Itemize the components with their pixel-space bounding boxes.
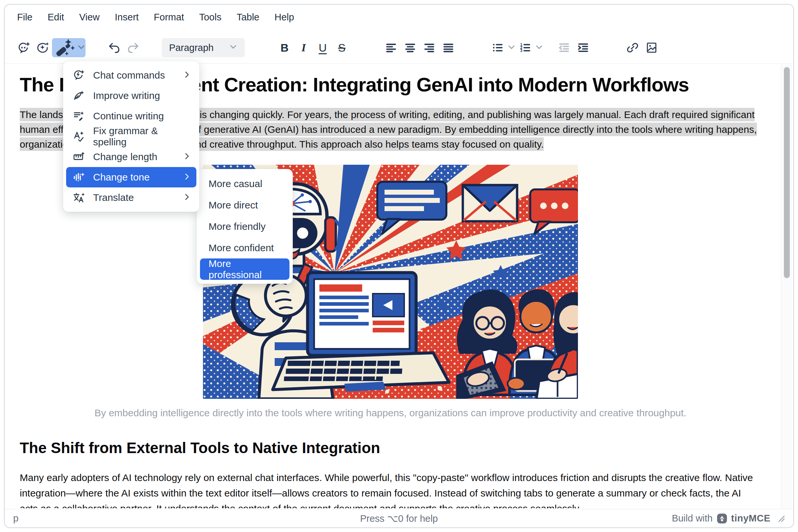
chevron-down-icon — [229, 42, 238, 53]
ai-menu-item-fix-grammar[interactable]: Fix grammar & spelling — [66, 126, 197, 147]
tone-item-label: More casual — [208, 178, 262, 189]
italic-button[interactable]: I — [294, 38, 313, 57]
scrollbar[interactable] — [781, 64, 793, 509]
tone-submenu: More casual More direct More friendly Mo… — [197, 169, 293, 284]
image-button[interactable] — [642, 38, 661, 57]
ai-menu-item-label: Change length — [93, 151, 157, 163]
image-caption: By embedding intelligence directly into … — [42, 407, 739, 419]
chat-commands-icon — [72, 69, 85, 82]
ai-shortcuts-icon — [35, 40, 50, 55]
chevron-down-icon — [77, 43, 86, 53]
chevron-right-icon — [183, 172, 190, 183]
chevron-right-icon — [183, 151, 190, 163]
continue-writing-icon — [72, 110, 85, 122]
svg-text:3: 3 — [520, 48, 522, 53]
ai-menu-item-change-tone[interactable]: Change tone — [66, 167, 197, 187]
ai-dropdown-menu: Chat commands Improve writing — [63, 61, 199, 212]
ai-menu-item-translate[interactable]: Translate — [66, 187, 197, 208]
menu-edit[interactable]: Edit — [48, 12, 64, 23]
underline-button[interactable]: U — [313, 38, 332, 57]
tone-item-label: More direct — [208, 200, 258, 211]
ai-shortcuts-button[interactable] — [33, 38, 52, 57]
bold-glyph: B — [281, 41, 289, 54]
link-button[interactable] — [623, 38, 642, 57]
strikethrough-button[interactable]: S — [332, 38, 351, 57]
menu-tools[interactable]: Tools — [199, 12, 221, 23]
tone-item-label: More professional — [208, 258, 281, 281]
strikethrough-glyph: S — [338, 41, 346, 54]
align-left-button[interactable] — [382, 38, 401, 57]
ai-menu-item-change-length[interactable]: Change length — [66, 147, 197, 167]
ai-wand-icon — [52, 36, 76, 59]
bold-button[interactable]: B — [275, 38, 294, 57]
image-icon — [644, 40, 659, 55]
ai-menu-item-label: Continue writing — [93, 111, 164, 122]
link-icon — [625, 40, 640, 55]
undo-icon — [107, 40, 122, 55]
tone-item-more-direct[interactable]: More direct — [200, 194, 290, 216]
bullet-list-button[interactable] — [488, 38, 507, 57]
align-justify-button[interactable] — [439, 38, 458, 57]
tinymce-logo-icon — [717, 513, 727, 524]
ai-menu-item-label: Improve writing — [93, 90, 160, 101]
ai-menu-item-continue-writing[interactable]: Continue writing — [66, 106, 197, 126]
menu-file[interactable]: File — [17, 12, 33, 23]
change-length-icon — [72, 150, 85, 164]
envelope — [463, 185, 517, 221]
redo-icon — [126, 40, 141, 55]
change-tone-icon — [72, 171, 85, 184]
branding-name[interactable]: tinyMCE — [731, 513, 771, 524]
ai-wand-button[interactable] — [52, 38, 86, 57]
align-right-icon — [422, 40, 437, 55]
resize-handle-icon[interactable] — [778, 515, 785, 522]
outdent-button[interactable] — [555, 38, 574, 57]
menu-view[interactable]: View — [79, 12, 100, 23]
tone-item-more-casual[interactable]: More casual — [200, 173, 290, 194]
align-center-button[interactable] — [401, 38, 420, 57]
numbered-list-chevron-icon[interactable] — [535, 43, 543, 53]
ai-menu-item-label: Chat commands — [93, 70, 165, 81]
ai-menu-item-label: Change tone — [93, 172, 150, 183]
menu-insert[interactable]: Insert — [115, 12, 139, 23]
align-justify-icon — [441, 40, 456, 55]
ai-menu-item-label: Fix grammar & spelling — [93, 125, 190, 148]
tone-item-label: More confident — [208, 242, 274, 253]
block-format-select[interactable]: Paragraph — [162, 38, 245, 57]
bullet-list-icon — [490, 40, 505, 55]
ai-chat-icon — [16, 40, 31, 55]
editor-header: File Edit View Insert Format Tools Table… — [5, 5, 793, 64]
document-paragraph-2: Many early adopters of AI technology rel… — [20, 470, 761, 508]
tone-item-more-friendly[interactable]: More friendly — [200, 216, 290, 237]
chevron-right-icon — [183, 192, 190, 203]
align-right-button[interactable] — [420, 38, 439, 57]
undo-button[interactable] — [105, 38, 124, 57]
menu-help[interactable]: Help — [274, 12, 294, 23]
italic-glyph: I — [301, 41, 305, 54]
indent-icon — [576, 40, 591, 55]
menu-format[interactable]: Format — [154, 12, 184, 23]
outdent-icon — [557, 40, 571, 55]
menu-table[interactable]: Table — [237, 12, 259, 23]
block-format-value: Paragraph — [169, 42, 214, 53]
redo-button[interactable] — [124, 38, 143, 57]
indent-button[interactable] — [574, 38, 593, 57]
align-center-icon — [403, 40, 417, 55]
numbered-list-button[interactable]: 1 2 3 — [516, 38, 535, 57]
ai-assistant-button[interactable] — [14, 38, 33, 57]
align-left-icon — [384, 40, 398, 55]
tone-item-more-professional[interactable]: More professional — [200, 259, 290, 280]
tone-item-more-confident[interactable]: More confident — [200, 237, 290, 259]
tone-item-label: More friendly — [208, 221, 265, 232]
scrollbar-thumb[interactable] — [784, 67, 790, 278]
underline-glyph: U — [319, 41, 327, 54]
numbered-list-icon: 1 2 3 — [518, 40, 533, 55]
document-heading-2: The Shift from External Tools to Native … — [20, 439, 761, 457]
tinymce-editor: File Edit View Insert Format Tools Table… — [4, 4, 794, 528]
ai-menu-item-improve-writing[interactable]: Improve writing — [66, 86, 197, 106]
bullet-list-chevron-icon[interactable] — [507, 43, 516, 53]
statusbar: p Press ⌥0 for help Build with tinyMCE — [5, 509, 793, 527]
fix-grammar-icon — [72, 130, 85, 143]
chevron-right-icon — [183, 70, 190, 81]
menubar: File Edit View Insert Format Tools Table… — [17, 12, 294, 23]
ai-menu-item-chat-commands[interactable]: Chat commands — [66, 65, 197, 86]
